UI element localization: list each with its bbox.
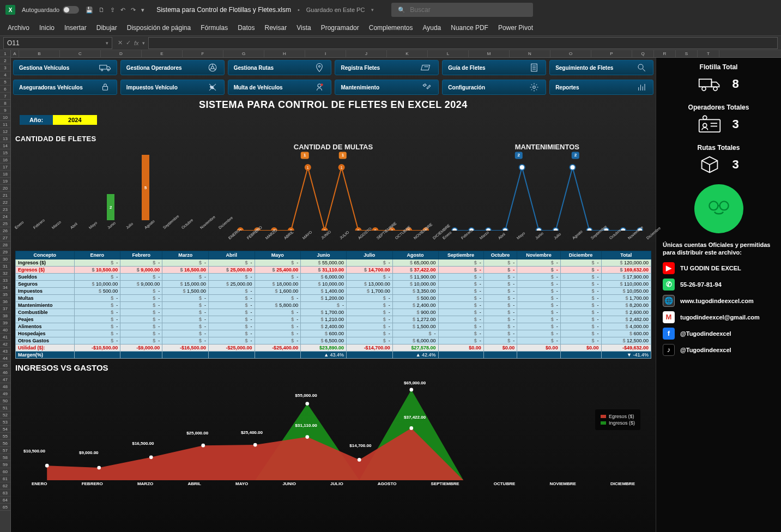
svg-text:0: 0 <box>374 229 377 231</box>
new-icon[interactable]: 🗋 <box>99 7 105 14</box>
svg-point-93 <box>719 201 728 210</box>
search-box[interactable]: 🔍 <box>391 3 533 17</box>
share-icon[interactable]: ⇪ <box>110 7 115 14</box>
action-button[interactable]: Gestiona Operadores <box>120 60 225 75</box>
action-button[interactable]: Multa de Vehículos <box>228 80 332 95</box>
col-headers[interactable]: ABCDEFGHIJKLMNOPQRST <box>11 50 781 58</box>
cancel-icon[interactable]: ✕ <box>118 39 123 46</box>
action-button[interactable]: Configuración <box>442 80 546 95</box>
svg-text:%: % <box>210 85 214 90</box>
undo-icon[interactable]: ↶ <box>120 7 125 14</box>
action-button[interactable]: Guía de Fletes <box>442 60 546 75</box>
action-button[interactable]: Aseguradoras Vehículos <box>13 80 117 95</box>
name-box[interactable]: O11▾ <box>3 37 112 49</box>
action-row-1: Gestiona VehículosGestiona OperadoresGes… <box>11 58 656 77</box>
svg-text:0: 0 <box>324 229 326 231</box>
social-youtube[interactable]: ▶TU GODIN DE EXCEL <box>663 262 774 274</box>
svg-point-77 <box>201 444 205 448</box>
ribbon-tab[interactable]: Datos <box>238 24 255 32</box>
svg-text:0: 0 <box>391 229 393 231</box>
svg-text:0: 0 <box>554 229 556 231</box>
ribbon-tab[interactable]: Disposición de página <box>127 24 191 32</box>
svg-point-81 <box>409 426 413 430</box>
file-name: Sistema para Control de Flotillas y Flet… <box>156 6 291 14</box>
svg-point-85 <box>702 87 706 90</box>
action-button[interactable]: Gestiona Rutas <box>228 60 332 75</box>
ribbon-tab[interactable]: Inicio <box>39 24 55 32</box>
youtube-icon: ▶ <box>663 262 675 274</box>
formula-input[interactable] <box>148 37 778 49</box>
save-location: Guardado en Este PC <box>306 7 365 13</box>
svg-point-2 <box>107 69 109 71</box>
svg-point-76 <box>149 455 153 459</box>
svg-rect-17 <box>102 87 107 90</box>
dashboard-title: SISTEMA PARA CONTROL DE FLETES EN EXCEL … <box>11 99 656 111</box>
ribbon-tab[interactable]: Dibujar <box>96 24 117 32</box>
chart-fletes: 25 EneroFebreroMarzoAbrilMayoJunioJulioA… <box>15 143 223 246</box>
svg-text:0: 0 <box>358 229 360 231</box>
svg-text:0: 0 <box>588 229 590 231</box>
save-icon[interactable]: 💾 <box>86 7 93 14</box>
more-icon[interactable]: ▾ <box>141 7 144 14</box>
svg-point-78 <box>253 443 257 447</box>
ribbon-tab[interactable]: Fórmulas <box>201 24 228 32</box>
ribbon-tab[interactable]: Vista <box>296 24 311 32</box>
svg-line-6 <box>209 69 211 70</box>
action-button[interactable]: Reportes <box>549 80 653 95</box>
action-button[interactable]: Gestiona Vehículos <box>13 60 117 75</box>
action-button[interactable]: Impuestos Vehículo% <box>120 80 225 95</box>
row-headers[interactable]: 1234567891011121314151617181920212223242… <box>0 50 11 532</box>
year-value[interactable]: 2024 <box>53 115 96 125</box>
right-panel: Flotilla Total 8 Operadores Totales 3 Ru… <box>656 58 781 532</box>
svg-point-1 <box>101 69 102 71</box>
svg-text:1: 1 <box>307 166 309 170</box>
svg-text:1: 1 <box>341 166 343 170</box>
svg-point-74 <box>45 464 49 468</box>
action-button[interactable]: Registra Fletes <box>335 60 439 75</box>
svg-text:0: 0 <box>504 229 506 231</box>
svg-point-86 <box>713 87 717 90</box>
social-web[interactable]: 🌐www.tugodindeexcel.com <box>663 295 774 307</box>
facebook-icon: f <box>663 328 675 340</box>
ribbon-tab[interactable]: Archivo <box>8 24 29 32</box>
svg-point-80 <box>358 458 361 462</box>
enter-icon[interactable]: ✓ <box>126 39 131 46</box>
truck-icon <box>698 74 721 94</box>
charts-row: 25 EneroFebreroMarzoAbrilMayoJunioJulioA… <box>11 143 656 246</box>
social-whatsapp[interactable]: ✆55-26-97-81-94 <box>663 279 774 291</box>
svg-text:0: 0 <box>622 229 624 231</box>
stat-flotilla: Flotilla Total 8 <box>663 63 774 94</box>
ribbon-tab[interactable]: Ayuda <box>422 24 441 32</box>
social-tiktok[interactable]: ♪@Tugodindeexcel <box>663 344 774 356</box>
svg-point-92 <box>709 201 718 210</box>
redo-icon[interactable]: ↷ <box>131 7 136 14</box>
ribbon-tab[interactable]: Complementos <box>369 24 413 32</box>
svg-text:2: 2 <box>521 166 523 170</box>
toggle-switch[interactable] <box>63 6 79 14</box>
ribbon-tab[interactable]: Programador <box>321 24 359 32</box>
svg-point-82 <box>305 402 309 406</box>
search-input[interactable] <box>410 6 526 14</box>
social-facebook[interactable]: f@Tugodindeexcel <box>663 328 774 340</box>
ribbon-tab[interactable]: Nuance PDF <box>451 24 488 32</box>
ribbon-tab[interactable]: Insertar <box>64 24 87 32</box>
svg-text:0: 0 <box>487 229 489 231</box>
svg-point-20 <box>321 83 324 86</box>
svg-text:0: 0 <box>453 229 456 231</box>
stat-operadores: Operadores Totales 3 <box>663 104 774 134</box>
stat-rutas: Rutas Totales 3 <box>663 144 774 174</box>
action-button[interactable]: Seguimiento de Fletes <box>549 60 653 75</box>
formula-bar: O11▾ ✕ ✓ fx ▾ <box>0 36 781 50</box>
ribbon-tab[interactable]: Revisar <box>265 24 287 32</box>
social-gmail[interactable]: Mtugodindeexcel@gmail.com <box>663 311 774 323</box>
fx-icon[interactable]: fx <box>134 40 139 46</box>
svg-point-89 <box>703 123 707 127</box>
svg-rect-9 <box>421 65 430 70</box>
autosave-toggle[interactable]: Autoguardado <box>22 6 79 14</box>
dashboard-content: Gestiona VehículosGestiona OperadoresGes… <box>11 58 656 532</box>
year-selector: Año: 2024 <box>20 115 174 125</box>
svg-point-21 <box>533 86 536 89</box>
tiktok-icon: ♪ <box>663 344 675 356</box>
ribbon-tab[interactable]: Power Pivot <box>498 24 533 32</box>
action-button[interactable]: Mantenimiento <box>335 80 439 95</box>
